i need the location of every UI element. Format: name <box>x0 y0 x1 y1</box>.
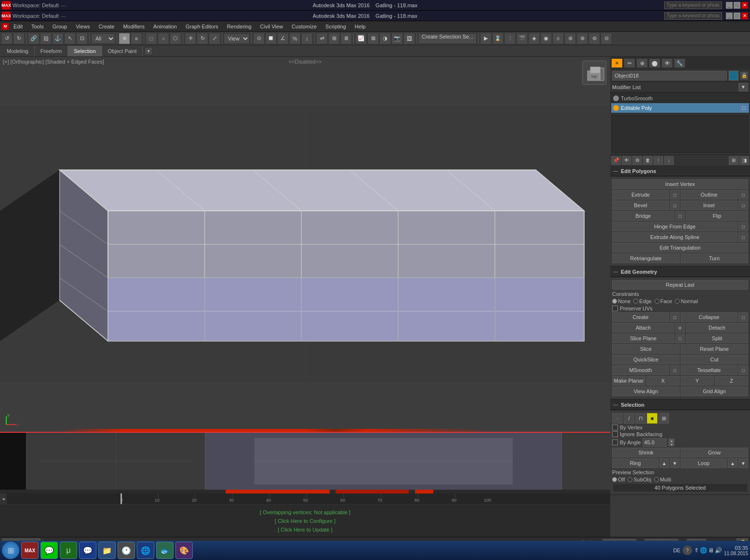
minimize-button-2[interactable]: _ <box>726 13 733 19</box>
border-mode-btn[interactable]: ⊓ <box>635 413 646 424</box>
ring-spinner-up[interactable]: ▲ <box>659 458 669 468</box>
menu-animation[interactable]: Animation <box>149 23 181 30</box>
constraint-normal[interactable]: Normal <box>675 298 697 304</box>
mod-down-btn[interactable]: ↓ <box>664 156 674 165</box>
fence-select-btn[interactable]: ⬡ <box>170 33 181 44</box>
create-selection-btn[interactable]: Create Selection Se... <box>418 33 477 44</box>
minimize-button[interactable]: _ <box>726 2 733 9</box>
extra3-btn[interactable]: ◊ <box>552 33 564 44</box>
retriangulate-btn[interactable]: Retriangulate <box>612 253 680 263</box>
extrude-btn[interactable]: Extrude <box>612 190 669 200</box>
by-angle-check[interactable] <box>612 440 618 445</box>
main-viewport[interactable]: [+] [Orthographic] [Shaded + Edged Faces… <box>0 57 610 432</box>
object-name-input[interactable] <box>612 71 727 80</box>
taskbar-help-btn[interactable]: ? <box>683 546 692 555</box>
extra5-btn[interactable]: ⊚ <box>576 33 588 44</box>
view-align-btn[interactable]: View Align <box>612 387 680 396</box>
menu-customize[interactable]: Customize <box>288 23 321 30</box>
tray-icon-4[interactable]: 🔊 <box>715 547 722 554</box>
close-button[interactable]: ✕ <box>741 2 748 9</box>
undo-btn[interactable]: ↺ <box>1 33 13 44</box>
bevel-btn[interactable]: Bevel <box>612 200 669 210</box>
render-setup-btn[interactable]: 📷 <box>391 33 403 44</box>
modifier-turbosmooth[interactable]: TurboSmooth <box>611 93 749 103</box>
element-mode-btn[interactable]: ⊞ <box>658 413 669 424</box>
taskbar-explorer-app[interactable]: 📁 <box>98 542 116 559</box>
constraint-face[interactable]: Face <box>655 298 672 304</box>
tab-selection[interactable]: Selection <box>68 46 102 56</box>
grid-align-btn[interactable]: Grid Align <box>681 387 748 396</box>
insert-vertex-btn[interactable]: Insert Vertex <box>612 179 748 189</box>
spinner-snap-btn[interactable]: ↕ <box>301 33 313 44</box>
slice-plane-btn[interactable]: Slice Plane <box>612 333 674 343</box>
tab-icon-motion[interactable]: ⬤ <box>649 58 660 68</box>
shrink-btn[interactable]: Shrink <box>612 448 680 457</box>
more-btn[interactable]: ⋮ <box>504 33 516 44</box>
reset-plane-btn[interactable]: Reset Plane <box>681 344 748 354</box>
tab-icon-display-panel[interactable]: 👁 <box>661 58 673 68</box>
tab-object-paint[interactable]: Object Paint <box>102 46 143 56</box>
rect-select-btn[interactable]: □ <box>146 33 157 44</box>
attach-btn[interactable]: Attach <box>612 323 674 333</box>
extrude-settings-btn[interactable]: □ <box>670 190 680 200</box>
make-planar-btn[interactable]: Make Planar <box>612 376 645 386</box>
maximize-button-2[interactable]: □ <box>734 13 740 19</box>
grow-btn[interactable]: Grow <box>681 448 748 457</box>
create-geo-settings[interactable]: □ <box>670 312 680 322</box>
extra2-btn[interactable]: ◉ <box>540 33 552 44</box>
radio-normal[interactable] <box>675 299 680 304</box>
tray-icon-2[interactable]: 🌐 <box>700 547 707 554</box>
mod-config-btn[interactable]: ⚙ <box>632 156 642 165</box>
x-axis-btn[interactable]: X <box>646 376 680 386</box>
radio-none[interactable] <box>612 299 617 304</box>
tess-check[interactable]: □ <box>738 365 748 375</box>
ring-btn[interactable]: Ring <box>612 458 658 468</box>
select-btn[interactable]: ↖ <box>64 33 76 44</box>
move-btn[interactable]: ✛ <box>185 33 196 44</box>
inset-settings-btn[interactable]: □ <box>738 200 748 210</box>
extra1-btn[interactable]: ◈ <box>528 33 540 44</box>
layer-btn[interactable]: ≣ <box>340 33 352 44</box>
taskbar-app10[interactable]: 🎨 <box>175 542 193 559</box>
maximize-button[interactable]: □ <box>734 2 740 9</box>
polygon-mode-btn[interactable]: ■ <box>647 413 657 424</box>
bind-space-btn[interactable]: ⚓ <box>52 33 64 44</box>
msmooth-btn[interactable]: MSmooth <box>612 365 669 375</box>
msg-3[interactable]: [ Click Here to Update ] <box>278 525 333 534</box>
pivot-btn[interactable]: ⊙ <box>253 33 265 44</box>
curve-editor-btn[interactable]: 📈 <box>355 33 367 44</box>
angle-value-input[interactable] <box>643 438 667 447</box>
tessellate-btn[interactable]: Tessellate <box>681 365 737 375</box>
radio-multi[interactable] <box>654 477 659 482</box>
preview-off[interactable]: Off <box>612 477 625 482</box>
radio-subobj[interactable] <box>628 477 632 482</box>
bridge-btn[interactable]: Bridge <box>612 211 674 221</box>
create-geo-btn[interactable]: Create <box>612 312 669 322</box>
menu-views[interactable]: Views <box>72 23 94 30</box>
preserve-uvs-check[interactable] <box>612 306 618 311</box>
unlink-btn[interactable]: ⛓ <box>40 33 52 44</box>
mod-pin-btn[interactable]: 📌 <box>611 156 621 165</box>
rotate-btn[interactable]: ↻ <box>197 33 208 44</box>
mirror-btn[interactable]: ⇌ <box>316 33 328 44</box>
modifier-editable-poly[interactable]: Editable Poly □ <box>611 103 749 113</box>
detach-btn[interactable]: Detach <box>686 323 748 333</box>
edit-triangulation-btn[interactable]: Edit Triangulation <box>612 243 748 253</box>
select-object-btn[interactable]: ⊕ <box>119 33 130 44</box>
extra6-btn[interactable]: ⊜ <box>589 33 600 44</box>
taskbar-ie-app[interactable]: 🌐 <box>137 542 154 559</box>
preview-multi[interactable]: Multi <box>654 477 671 482</box>
redo-btn[interactable]: ↻ <box>13 33 25 44</box>
collapse-geo-btn[interactable]: Collapse <box>681 312 737 322</box>
time-ruler[interactable]: ◄ 0 10 20 30 40 50 60 70 80 90 <box>0 493 610 504</box>
scale-btn[interactable]: ⤢ <box>209 33 220 44</box>
preview-subobj[interactable]: SubObj <box>628 477 651 482</box>
tray-icon-3[interactable]: 🖥 <box>708 547 714 554</box>
bottom-viewport-2[interactable] <box>205 433 562 490</box>
inset-btn[interactable]: Inset <box>681 200 737 210</box>
vertex-mode-btn[interactable]: · <box>612 413 623 424</box>
taskbar-line-app[interactable]: 💬 <box>40 542 58 559</box>
taskbar-clock-app[interactable]: 🕐 <box>118 542 135 559</box>
menu-help[interactable]: Help <box>351 23 370 30</box>
select-name-btn[interactable]: ≡ <box>131 33 142 44</box>
